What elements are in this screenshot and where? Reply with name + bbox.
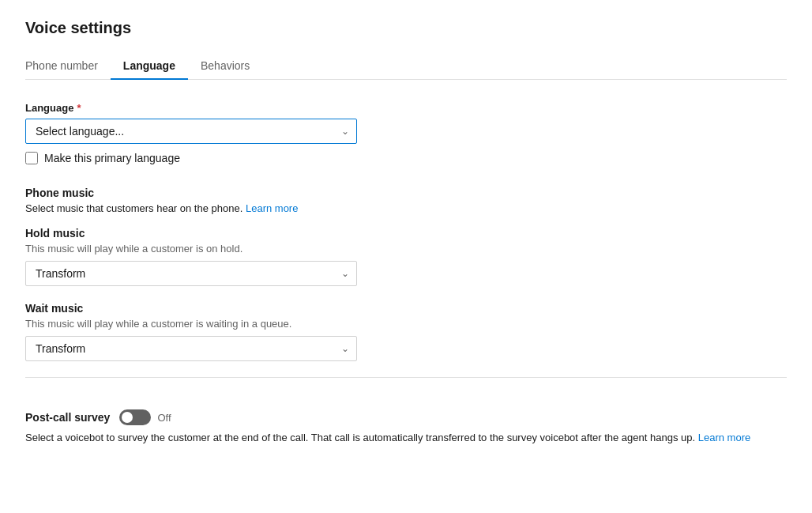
hold-music-select-wrapper: Transform Calm Jazz None ⌄ — [25, 261, 357, 286]
tab-language[interactable]: Language — [111, 53, 188, 80]
page-title: Voice settings — [25, 19, 787, 37]
language-field-label: Language * — [25, 102, 787, 114]
primary-language-checkbox[interactable] — [25, 152, 38, 164]
post-call-section: Post-call survey Off Select a voicebot t… — [25, 394, 787, 443]
wait-music-select-wrapper: Transform Calm Jazz None ⌄ — [25, 336, 357, 361]
hold-music-desc: This music will play while a customer is… — [25, 243, 787, 255]
page-container: Voice settings Phone number Language Beh… — [0, 0, 812, 462]
post-call-title: Post-call survey — [25, 411, 110, 424]
primary-language-label[interactable]: Make this primary language — [44, 152, 180, 164]
post-call-header: Post-call survey Off — [25, 409, 787, 425]
required-star: * — [77, 102, 81, 114]
tab-phone-number[interactable]: Phone number — [25, 53, 111, 80]
language-select-wrapper: Select language... English Spanish Frenc… — [25, 119, 357, 144]
tabs-container: Phone number Language Behaviors — [25, 53, 787, 80]
phone-music-title: Phone music — [25, 187, 787, 199]
toggle-container: Off — [119, 409, 171, 425]
language-field-section: Language * Select language... English Sp… — [25, 102, 787, 164]
toggle-state-label: Off — [157, 412, 171, 424]
toggle-knob — [122, 412, 133, 423]
wait-music-desc: This music will play while a customer is… — [25, 318, 787, 330]
hold-music-select[interactable]: Transform Calm Jazz None — [25, 261, 357, 286]
hold-music-section: Hold music This music will play while a … — [25, 227, 787, 286]
section-divider — [25, 377, 787, 378]
wait-music-title: Wait music — [25, 302, 787, 315]
phone-music-learn-more-link[interactable]: Learn more — [246, 202, 298, 214]
wait-music-select[interactable]: Transform Calm Jazz None — [25, 336, 357, 361]
post-call-learn-more-link[interactable]: Learn more — [698, 432, 750, 443]
phone-music-description: Select music that customers hear on the … — [25, 202, 787, 214]
primary-language-row: Make this primary language — [25, 152, 787, 164]
post-call-toggle[interactable] — [119, 409, 151, 425]
phone-music-section: Phone music Select music that customers … — [25, 187, 787, 361]
tab-behaviors[interactable]: Behaviors — [188, 53, 262, 80]
post-call-description: Select a voicebot to survey the customer… — [25, 432, 787, 443]
hold-music-title: Hold music — [25, 227, 787, 240]
wait-music-section: Wait music This music will play while a … — [25, 302, 787, 361]
language-select[interactable]: Select language... English Spanish Frenc… — [25, 119, 357, 144]
